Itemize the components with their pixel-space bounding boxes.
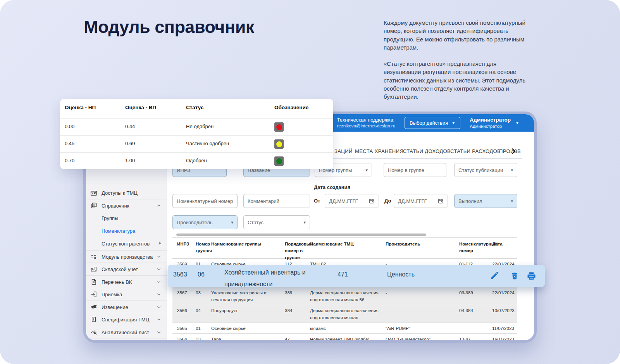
rating-row: 0.00 0.44 Не одобрен <box>60 118 333 135</box>
support-label: Техническая поддержка: <box>337 117 395 123</box>
sidebar-item-acceptance[interactable]: Приёмка <box>86 288 167 300</box>
filter-nomenclature-number-input[interactable] <box>172 194 238 208</box>
chevron-down-icon: ▾ <box>231 220 233 225</box>
sidebar-item-label: Извещение <box>102 304 128 310</box>
calendar-icon[interactable] <box>369 198 375 204</box>
cell-nomenclature-number: 13-47 <box>459 336 491 340</box>
tab-expense-items[interactable]: СТАТЬИ РАСХОДОВ <box>450 148 501 154</box>
pin-icon[interactable] <box>157 241 163 247</box>
intro-paragraph: «Статус контрагентов» предназначен для в… <box>384 60 528 101</box>
intro-text: Каждому документу присвоен свой номенкла… <box>384 19 528 109</box>
column-header: Номенклатурный номер <box>459 241 496 254</box>
status-chip <box>274 156 284 166</box>
date-from-input[interactable]: ДД.ММ.ГГГГ <box>325 194 379 208</box>
user-menu[interactable]: Администратор Администратор ▼ <box>470 117 519 129</box>
column-header: Наименование группы <box>211 241 270 247</box>
cell-group-number: 01 <box>196 325 210 332</box>
sidebar-item-vk-list[interactable]: Перечень ВК <box>86 275 167 288</box>
cell-inrz: 3564 <box>177 336 193 340</box>
rating-row: 0.45 0.69 Частично одобрен <box>60 135 333 152</box>
tab-storage-places[interactable]: МЕСТА ХРАНЕНИЯ <box>355 148 403 154</box>
filter-publication-status-select[interactable]: Статус публикации ▾ <box>454 163 517 177</box>
sidebar-item-analytical-sheet[interactable]: Аналитический лист <box>86 326 167 338</box>
card-column-header: Оценка - НП <box>65 105 96 110</box>
selected-table-row[interactable]: 3563 06 Хозяйственный инвентарь и принад… <box>168 265 545 287</box>
status-chip <box>274 139 284 149</box>
sidebar-item-warehouse[interactable]: Складской учет <box>86 263 167 275</box>
support-email[interactable]: reznikova@internet-design.ru <box>337 123 395 129</box>
action-select-button[interactable]: Выбор действия ▼ <box>405 117 460 129</box>
sidebar-item-label-active: Номенклатура <box>102 228 135 234</box>
sidebar-item-label: Спецификация ТМЦ <box>102 317 149 323</box>
filter-manufacturer-select[interactable]: Производитель ▾ <box>172 215 238 229</box>
calendar-icon[interactable] <box>437 198 444 204</box>
delete-trash-icon[interactable] <box>510 271 519 281</box>
sidebar-item-tmc-specification[interactable]: Спецификация ТМЦ <box>86 313 167 326</box>
cell-manufacturer: - <box>386 290 455 297</box>
filter-comment-input[interactable] <box>243 194 310 208</box>
chevron-down-icon <box>156 279 162 285</box>
cell-date: 16/11/2023 <box>492 336 517 340</box>
table-row[interactable]: 3564 13 Тара 47 Новый элемент ТМЦ (колба… <box>172 333 517 340</box>
table-header-row: ИНРЗ Номер группы Наименование группы По… <box>172 238 517 259</box>
chevron-down-icon: ▼ <box>451 121 455 125</box>
sidebar-item-production-module[interactable]: Модуль производства <box>86 250 167 263</box>
cell-manufacturer: Ценность <box>387 271 415 278</box>
tabs-scroll-right-icon[interactable] <box>510 147 517 155</box>
cell-inrz: 3563 <box>173 271 187 278</box>
date-to-input[interactable]: ДД.ММ.ГГГГ <box>394 194 448 208</box>
page-title: Модуль справочник <box>84 17 254 37</box>
date-from-label: От <box>314 198 320 204</box>
print-icon[interactable] <box>527 271 536 281</box>
cell-inrz: 3566 <box>177 307 193 314</box>
factory-icon <box>90 266 97 273</box>
sidebar-item-tmc-access[interactable]: Доступы к ТМЦ <box>86 187 167 199</box>
sidebar-item-counterparty-audit[interactable]: Аудит контрагента <box>86 338 167 340</box>
tab-organizations[interactable]: ЗАЦИЙ <box>334 148 353 154</box>
tabs-underline <box>333 158 522 159</box>
sidebar-item-label: Доступы к ТМЦ <box>102 190 138 196</box>
counterparty-rating-card: Оценка - НП Оценка - ВП Статус Обозначен… <box>60 99 333 169</box>
table-row[interactable]: 3565 01 Основное сырье - ыяиамс "AiR-PUM… <box>172 323 517 333</box>
sidebar-item-label: Статус контрагентов <box>102 241 150 247</box>
cell-group-number: 06 <box>198 271 205 278</box>
sidebar-item-notification[interactable]: Извещение <box>86 300 167 313</box>
chevron-down-icon <box>156 330 162 335</box>
tab-income-items[interactable]: СТАТЬИ ДОХОДОВ <box>403 148 451 154</box>
cell-manufacturer: ОАО "Башмедстекло" <box>386 336 455 340</box>
sidebar-item-counterparty-status[interactable]: Статус контрагентов <box>86 237 167 250</box>
horizontal-scrollbar-thumb[interactable] <box>176 234 426 236</box>
rating-status: Одобрен <box>186 158 207 163</box>
filter-executor-select[interactable]: Выполнил ▾ <box>454 194 517 208</box>
filter-status-select[interactable]: Статус ▾ <box>243 215 310 229</box>
card-column-header: Обозначение <box>274 105 308 110</box>
enter-icon <box>90 291 97 298</box>
cell-group-name: Полупродукт <box>211 307 282 314</box>
sidebar-item-nomenclature[interactable]: Номенклатура <box>86 225 167 237</box>
sidebar-item-label: Справочник <box>102 203 129 209</box>
chevron-up-icon <box>156 203 162 208</box>
library-icon <box>90 202 97 209</box>
id-card-icon <box>90 190 97 197</box>
cell-tmc-name: Дерма специального назначения подготовле… <box>310 290 383 304</box>
rating-vp: 1.00 <box>125 158 135 163</box>
cell-nomenclature-number: 03-389 <box>459 290 491 297</box>
column-header: Дата <box>492 241 517 247</box>
cell-serial: 47 <box>285 336 307 340</box>
sidebar-item-groups[interactable]: Группы <box>86 212 167 225</box>
chevron-down-icon <box>156 254 162 259</box>
chevron-down-icon: ▼ <box>515 121 519 125</box>
sidebar-item-directory[interactable]: Справочник <box>86 199 167 212</box>
filter-number-in-group-input[interactable] <box>384 163 446 177</box>
cell-group-name: Тара <box>211 336 282 340</box>
cell-manufacturer: "AiR-PUMP" <box>386 325 455 332</box>
spec-alert-icon <box>90 316 97 323</box>
column-header: Номер группы <box>196 241 210 254</box>
cell-manufacturer: - <box>386 307 455 314</box>
cell-date: 11/07/2023 <box>492 325 517 332</box>
cell-nomenclature-number: - <box>459 325 491 332</box>
edit-pencil-icon[interactable] <box>489 271 499 281</box>
sidebar-item-label: Перечень ВК <box>102 279 132 285</box>
table-row[interactable]: 3566 04 Полупродукт 384 Дерма специально… <box>172 305 517 323</box>
cell-group-number: 04 <box>196 307 210 314</box>
